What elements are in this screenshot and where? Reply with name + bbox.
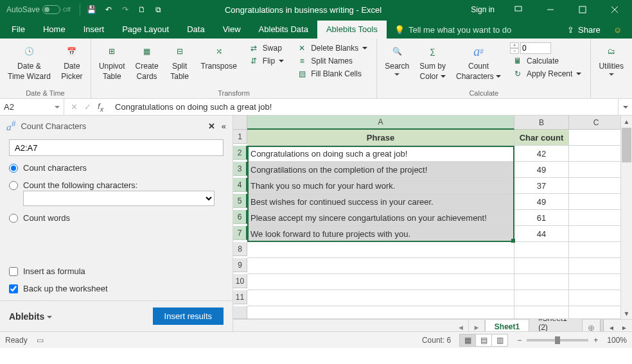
ablebits-brand[interactable]: Ablebits: [9, 311, 52, 322]
cell[interactable]: [569, 194, 620, 210]
row-header[interactable]: 3: [233, 162, 247, 176]
tab-nav-prev[interactable]: ◄: [453, 320, 470, 331]
row-header[interactable]: 10: [233, 274, 247, 288]
flip-button[interactable]: ⇵Flip: [246, 55, 286, 67]
enter-icon[interactable]: ✓: [84, 102, 91, 112]
cell[interactable]: [247, 290, 514, 306]
normal-view-button[interactable]: ▦: [459, 334, 476, 347]
worksheet-grid[interactable]: A B C 1 Phrase Char count 2Congratulatio…: [233, 116, 620, 319]
cell[interactable]: [247, 306, 514, 319]
col-header-a[interactable]: A: [247, 116, 514, 130]
cell[interactable]: 61: [514, 210, 569, 226]
cell[interactable]: [247, 242, 514, 258]
search-button[interactable]: 🔍Search: [381, 41, 413, 78]
row-header[interactable]: 11: [233, 290, 247, 304]
cell[interactable]: Congratulations on doing such a great jo…: [247, 146, 514, 162]
cell[interactable]: [514, 274, 569, 290]
sheet-tab-1[interactable]: Sheet1: [485, 320, 529, 331]
name-box[interactable]: A2: [0, 99, 64, 115]
date-picker-button[interactable]: 📅DatePicker: [57, 41, 87, 82]
minimize-button[interactable]: [536, 0, 565, 19]
collapse-panel-icon[interactable]: «: [222, 121, 226, 131]
cell[interactable]: [569, 130, 620, 146]
utilities-button[interactable]: 🗂Utilities: [595, 41, 628, 78]
cell[interactable]: 49: [514, 194, 569, 210]
cell[interactable]: Phrase: [247, 130, 514, 146]
page-break-button[interactable]: ▥: [491, 334, 508, 347]
calculate-button[interactable]: 🖩Calculate: [510, 55, 584, 67]
row-header[interactable]: [233, 306, 247, 319]
create-cards-button[interactable]: ▦CreateCards: [132, 41, 162, 82]
cell[interactable]: [569, 162, 620, 178]
redo-icon[interactable]: ↷: [120, 4, 130, 15]
cell[interactable]: [569, 290, 620, 306]
radio-count-words[interactable]: Count words: [9, 212, 224, 223]
row-header[interactable]: 4: [233, 178, 247, 192]
cell[interactable]: Congratilations on the completion of the…: [247, 162, 514, 178]
swap-button[interactable]: ⇄Swap: [246, 42, 286, 54]
expand-formula-icon[interactable]: [618, 99, 632, 115]
count-characters-button[interactable]: a#CountCharacters: [452, 41, 505, 82]
check-insert-formula[interactable]: Insert as formula: [9, 266, 224, 277]
radio-count-following[interactable]: Count the following characters:: [9, 180, 224, 191]
autosave-toggle[interactable]: AutoSave Off: [0, 5, 76, 14]
cancel-icon[interactable]: ✕: [71, 102, 78, 112]
transpose-button[interactable]: ⤭Transpose: [197, 41, 241, 72]
select-all-corner[interactable]: [233, 116, 247, 130]
cell[interactable]: Thank you so much for your hard work.: [247, 178, 514, 194]
spin-input[interactable]: [520, 42, 551, 54]
cell[interactable]: [569, 274, 620, 290]
split-table-button[interactable]: ⊟SplitTable: [165, 41, 195, 82]
col-header-c[interactable]: C: [569, 116, 620, 130]
close-button[interactable]: [600, 0, 629, 19]
tab-ablebits-data[interactable]: Ablebits Data: [250, 21, 317, 39]
tab-nav-next[interactable]: ►: [469, 320, 485, 331]
cell[interactable]: [514, 306, 569, 319]
zoom-slider[interactable]: [527, 339, 588, 342]
radio-count-characters[interactable]: Count characters: [9, 162, 224, 173]
tab-ablebits-tools[interactable]: Ablebits Tools: [317, 21, 387, 39]
cell[interactable]: [247, 258, 514, 274]
fx-icon[interactable]: fx: [98, 101, 103, 113]
cell[interactable]: [569, 210, 620, 226]
cell[interactable]: [514, 242, 569, 258]
zoom-out-icon[interactable]: −: [517, 336, 522, 345]
row-header[interactable]: 6: [233, 210, 247, 224]
tab-file[interactable]: File: [3, 21, 34, 39]
cell[interactable]: 49: [514, 162, 569, 178]
cell[interactable]: We look forward to future projects with …: [247, 226, 514, 242]
cell[interactable]: [569, 178, 620, 194]
check-backup[interactable]: Back up the worksheet: [9, 283, 224, 294]
cell[interactable]: [514, 290, 569, 306]
cell[interactable]: Char count: [514, 130, 569, 146]
range-input[interactable]: [9, 139, 224, 156]
close-panel-icon[interactable]: ✕: [208, 121, 215, 131]
touch-mode-icon[interactable]: ⧉: [154, 4, 164, 15]
cell[interactable]: [514, 258, 569, 274]
add-sheet-button[interactable]: ⊕: [582, 320, 600, 331]
cell[interactable]: 44: [514, 226, 569, 242]
maximize-button[interactable]: [568, 0, 597, 19]
col-header-b[interactable]: B: [514, 116, 569, 130]
date-time-wizard-button[interactable]: 🕓Date &Time Wizard: [4, 41, 55, 82]
zoom-level[interactable]: 100%: [607, 336, 627, 345]
cell[interactable]: Please accept my sincere congartulations…: [247, 210, 514, 226]
row-header[interactable]: 2: [233, 146, 247, 160]
split-names-button[interactable]: ≡Split Names: [294, 55, 370, 67]
formula-input[interactable]: Congratulations on doing such a great jo…: [110, 102, 618, 112]
row-header[interactable]: 8: [233, 242, 247, 256]
cell[interactable]: 42: [514, 146, 569, 162]
tab-page-layout[interactable]: Page Layout: [113, 21, 178, 39]
row-header[interactable]: 9: [233, 258, 247, 272]
zoom-in-icon[interactable]: +: [593, 336, 598, 345]
characters-select[interactable]: [23, 191, 215, 206]
cell[interactable]: [569, 146, 620, 162]
delete-blanks-button[interactable]: ✕Delete Blanks: [294, 42, 370, 54]
tab-view[interactable]: View: [214, 21, 250, 39]
row-header[interactable]: 7: [233, 226, 247, 240]
sign-in-link[interactable]: Sign in: [464, 5, 501, 14]
cell[interactable]: [569, 226, 620, 242]
cell[interactable]: [569, 306, 620, 319]
save-icon[interactable]: 💾: [87, 4, 97, 15]
tab-insert[interactable]: Insert: [75, 21, 114, 39]
